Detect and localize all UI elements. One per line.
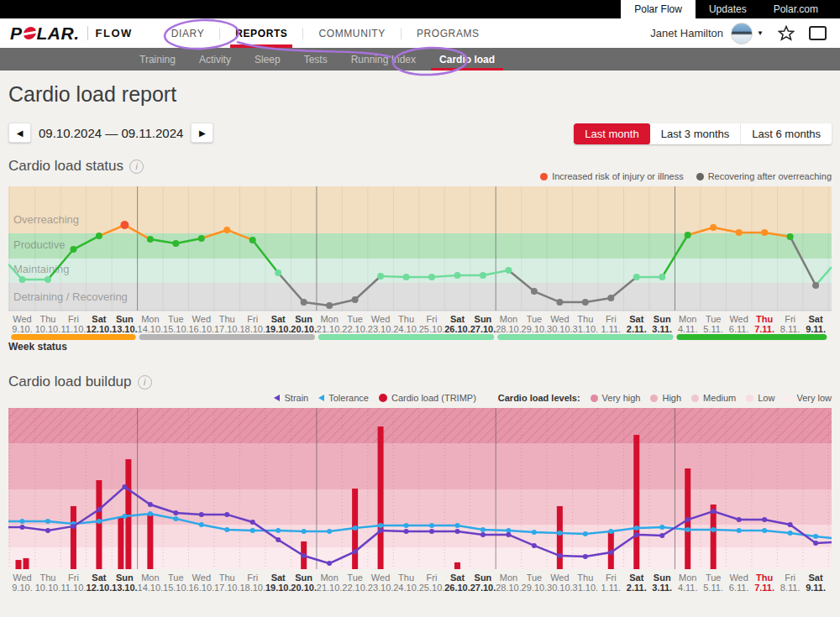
feedback-bubble-icon[interactable]	[809, 26, 827, 40]
svg-text:Sat: Sat	[92, 314, 106, 324]
svg-text:3.11.: 3.11.	[652, 583, 672, 593]
svg-text:Thu: Thu	[219, 573, 235, 583]
svg-text:Productive: Productive	[13, 238, 65, 251]
svg-text:Sun: Sun	[116, 314, 134, 324]
subnav-item-training[interactable]: Training	[128, 48, 187, 71]
svg-text:Sat: Sat	[92, 573, 106, 583]
nav-item-community[interactable]: COMMUNITY	[313, 18, 390, 48]
nav-item-diary[interactable]: DIARY	[166, 18, 209, 48]
week-status-label: Week status	[8, 341, 67, 353]
svg-text:Fri: Fri	[785, 314, 795, 324]
svg-text:Fri: Fri	[785, 573, 795, 583]
svg-text:Sat: Sat	[450, 314, 465, 324]
favorites-star-icon[interactable]	[778, 25, 795, 41]
svg-text:14.10.: 14.10.	[138, 583, 164, 593]
polar-logo[interactable]: PLAR.	[10, 24, 80, 44]
status-section-heading: Cardio load status i	[8, 158, 144, 175]
range-button-last-6-months[interactable]: Last 6 months	[740, 123, 832, 144]
cardio-load-status-chart: Detraining / RecoveringMaintainingProduc…	[8, 186, 832, 340]
legend-label: Very high	[602, 393, 641, 403]
topbar-tab-polar-flow[interactable]: Polar Flow	[621, 0, 696, 18]
svg-text:Sun: Sun	[654, 573, 671, 583]
legend-arrow-icon	[318, 395, 324, 401]
svg-text:Wed: Wed	[192, 573, 211, 583]
topbar-tab-polar-com[interactable]: Polar.com	[760, 0, 832, 18]
svg-text:13.10.: 13.10.	[112, 583, 138, 593]
legend-label: Increased risk of injury or illness	[552, 171, 684, 181]
status-legend: Increased risk of injury or illnessRecov…	[540, 171, 832, 181]
svg-text:Wed: Wed	[371, 314, 390, 324]
topbar-tab-updates[interactable]: Updates	[696, 0, 760, 18]
svg-text:Sat: Sat	[271, 573, 286, 583]
svg-text:Tue: Tue	[168, 573, 184, 583]
next-period-button[interactable]: ▶	[191, 123, 213, 143]
legend-label: Very low	[796, 393, 832, 403]
range-button-last-3-months[interactable]: Last 3 months	[650, 123, 741, 144]
svg-text:23.10.: 23.10.	[368, 583, 394, 593]
svg-text:Sat: Sat	[629, 314, 643, 324]
page-title: Cardio load report	[8, 82, 176, 107]
info-icon[interactable]: i	[138, 375, 152, 390]
svg-text:29.10.: 29.10.	[522, 324, 548, 334]
svg-text:Sat: Sat	[809, 314, 823, 324]
svg-text:28.10.: 28.10.	[496, 324, 522, 334]
svg-text:Wed: Wed	[192, 314, 211, 324]
svg-text:Sun: Sun	[116, 573, 134, 583]
svg-text:Mon: Mon	[141, 573, 159, 583]
nav-item-programs[interactable]: PROGRAMS	[412, 18, 485, 48]
subnav-item-cardio-load[interactable]: Cardio load	[428, 48, 507, 71]
prev-period-button[interactable]: ◀	[8, 123, 31, 143]
legend-label: Strain	[284, 393, 308, 403]
nav-item-reports[interactable]: REPORTS	[230, 18, 292, 48]
cardio-load-levels-label: Cardio load levels:	[498, 393, 580, 403]
svg-text:11.10.: 11.10.	[61, 324, 87, 334]
svg-text:Fri: Fri	[68, 314, 79, 324]
subnav-item-sleep[interactable]: Sleep	[243, 48, 292, 71]
svg-text:Fri: Fri	[427, 573, 438, 583]
subnav-item-running-index[interactable]: Running Index	[339, 48, 428, 71]
legend-item-cardio-load-trimp-: Cardio load (TRIMP)	[379, 393, 476, 403]
svg-text:Sat: Sat	[809, 573, 823, 583]
svg-text:28.10.: 28.10.	[496, 583, 522, 593]
chevron-down-icon[interactable]: ▼	[757, 29, 764, 37]
buildup-legend: StrainToleranceCardio load (TRIMP)Cardio…	[274, 393, 832, 403]
svg-text:Fri: Fri	[427, 314, 438, 324]
info-icon[interactable]: i	[129, 159, 144, 174]
subnav-item-tests[interactable]: Tests	[292, 48, 339, 71]
range-preset-group: Last monthLast 3 monthsLast 6 months	[574, 123, 832, 144]
svg-text:Fri: Fri	[68, 573, 79, 583]
svg-text:17.10.: 17.10.	[214, 583, 240, 593]
svg-text:6.11.: 6.11.	[729, 324, 749, 334]
svg-text:Thu: Thu	[756, 314, 773, 324]
legend-dot-icon	[379, 394, 387, 402]
svg-text:Tue: Tue	[527, 573, 543, 583]
reports-subnav: TrainingActivitySleepTestsRunning IndexC…	[0, 48, 840, 71]
legend-item-very-low: Very low	[785, 393, 832, 403]
legend-item-increased-risk-of-injury-or-illness: Increased risk of injury or illness	[540, 171, 684, 181]
legend-dot-icon	[785, 395, 792, 402]
range-button-last-month[interactable]: Last month	[574, 123, 649, 144]
svg-text:Thu: Thu	[398, 314, 414, 324]
svg-text:22.10.: 22.10.	[342, 324, 368, 334]
svg-text:5.11.: 5.11.	[703, 583, 723, 593]
user-name[interactable]: Janet Hamilton	[650, 27, 723, 39]
svg-text:Tue: Tue	[347, 314, 363, 324]
svg-text:Tue: Tue	[168, 314, 184, 324]
svg-text:Sun: Sun	[475, 314, 492, 324]
svg-text:4.11.: 4.11.	[678, 324, 698, 334]
svg-text:Wed: Wed	[371, 573, 390, 583]
polar-logo-o-icon	[22, 27, 37, 39]
avatar[interactable]	[731, 23, 753, 44]
svg-text:Tue: Tue	[706, 314, 722, 324]
topbar-tabs: Polar FlowUpdatesPolar.com	[621, 0, 832, 18]
svg-text:Detraining / Recovering: Detraining / Recovering	[13, 290, 128, 303]
svg-text:18.10.: 18.10.	[239, 324, 265, 334]
svg-text:26.10.: 26.10.	[444, 324, 470, 334]
legend-arrow-icon	[274, 395, 280, 401]
legend-item-strain: Strain	[274, 393, 308, 403]
legend-dot-icon	[650, 395, 658, 402]
subnav-item-activity[interactable]: Activity	[187, 48, 243, 71]
svg-text:Fri: Fri	[247, 573, 258, 583]
svg-text:Mon: Mon	[679, 314, 696, 324]
legend-label: Medium	[703, 393, 736, 403]
